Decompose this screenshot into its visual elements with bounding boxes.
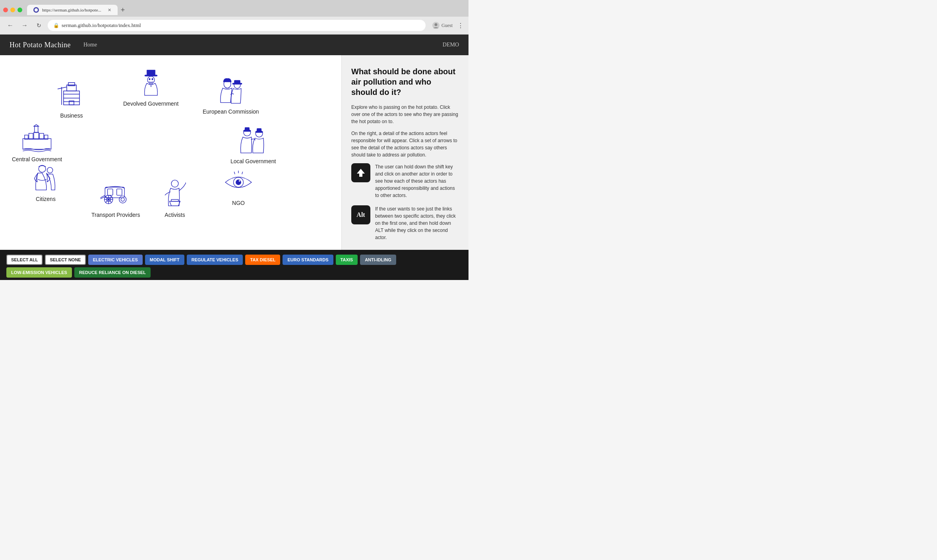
- svg-rect-28: [35, 126, 38, 133]
- actor-citizens-label: Citizens: [36, 196, 56, 202]
- guest-label: Guest: [441, 23, 453, 29]
- back-button[interactable]: ←: [5, 20, 16, 31]
- svg-point-16: [149, 78, 150, 80]
- pill-tax-diesel[interactable]: TAX DIESEL: [245, 255, 280, 265]
- actor-ngo[interactable]: NGO: [223, 166, 254, 206]
- maximize-button[interactable]: [17, 8, 22, 12]
- actor-ngo-label: NGO: [232, 200, 245, 206]
- ngo-icon: [223, 166, 254, 198]
- nav-home-link[interactable]: Home: [83, 42, 97, 48]
- url-bar[interactable]: 🔒 serman.github.io/hotpotato/index.html: [48, 20, 426, 31]
- browser-chrome: https://serman.github.io/hotpote... ✕ + …: [0, 0, 469, 35]
- pill-low-emission-vehicles[interactable]: LOW-EMISSION VEHICLES: [6, 267, 72, 278]
- svg-rect-13: [147, 70, 155, 75]
- actor-central-government[interactable]: Central Government: [12, 123, 62, 162]
- hint-shift: The user can hold down the shift key and…: [351, 163, 459, 199]
- url-text: serman.github.io/hotpotato/index.html: [62, 22, 141, 29]
- svg-rect-35: [256, 131, 263, 133]
- svg-rect-25: [34, 132, 39, 139]
- select-none-button[interactable]: SELECT NONE: [45, 255, 85, 265]
- minimize-button[interactable]: [10, 8, 15, 12]
- svg-rect-46: [117, 189, 122, 195]
- traffic-lights: [3, 8, 22, 12]
- close-button[interactable]: [3, 8, 8, 12]
- actor-european-commission-label: European Commission: [203, 108, 259, 115]
- devolved-government-icon: [135, 67, 167, 99]
- address-bar: ← → ↻ 🔒 serman.github.io/hotpotato/index…: [0, 17, 469, 34]
- hint-shift-text: The user can hold down the shift key and…: [375, 163, 459, 199]
- business-icon: [56, 79, 87, 111]
- svg-line-41: [234, 172, 235, 174]
- app-navbar: Hot Potato Machine Home DEMO: [0, 35, 469, 55]
- app-title: Hot Potato Machine: [10, 41, 71, 49]
- pill-electric-vehicles[interactable]: ELECTRIC VEHICLES: [88, 255, 143, 265]
- svg-rect-32: [244, 130, 251, 131]
- active-tab[interactable]: https://serman.github.io/hotpote... ✕: [27, 5, 118, 15]
- svg-point-2: [435, 23, 438, 26]
- svg-rect-5: [68, 83, 75, 86]
- svg-point-37: [47, 167, 53, 173]
- browser-menu-button[interactable]: ⋮: [457, 22, 464, 29]
- bottom-bar: SELECT ALL SELECT NONE ELECTRIC VEHICLES…: [0, 250, 469, 280]
- hint-shift-key: [351, 163, 370, 182]
- pill-reduce-reliance-diesel[interactable]: REDUCE RELIANCE ON DIESEL: [74, 267, 151, 278]
- sidebar-intro2: On the right, a detail of the actions ac…: [351, 130, 459, 158]
- actor-devolved-government[interactable]: Devolved Government: [123, 67, 178, 107]
- citizens-icon: [30, 162, 62, 194]
- svg-point-57: [171, 180, 178, 187]
- sidebar-intro1: Explore who is passing on the hot potato…: [351, 104, 459, 125]
- tab-close-icon[interactable]: ✕: [108, 8, 111, 13]
- sidebar: What should be done about air pollution …: [341, 55, 469, 250]
- new-tab-button[interactable]: +: [121, 6, 125, 14]
- actor-transport-providers[interactable]: Transport Providers: [91, 178, 140, 218]
- guest-account-button[interactable]: Guest: [432, 21, 453, 29]
- tab-bar: https://serman.github.io/hotpote... ✕ +: [0, 0, 469, 17]
- pill-anti-idling[interactable]: ANTI-IDLING: [360, 255, 396, 265]
- actor-transport-providers-label: Transport Providers: [91, 212, 140, 218]
- tab-title: https://serman.github.io/hotpote...: [42, 8, 101, 12]
- svg-line-55: [101, 195, 105, 198]
- pill-taxis[interactable]: TAXIS: [336, 255, 358, 265]
- reload-button[interactable]: ↻: [33, 20, 45, 31]
- pill-regulate-vehicles[interactable]: REGULATE VEHICLES: [187, 255, 243, 265]
- tab-favicon: [33, 7, 39, 13]
- svg-point-50: [121, 198, 125, 201]
- nav-demo-link[interactable]: DEMO: [443, 42, 459, 48]
- svg-point-40: [239, 180, 240, 182]
- transport-providers-icon: [100, 178, 132, 210]
- svg-rect-21: [232, 83, 242, 84]
- actor-business[interactable]: Business: [56, 79, 87, 119]
- actor-activists-label: Activists: [165, 212, 185, 218]
- svg-point-39: [236, 180, 241, 185]
- actor-activists[interactable]: Activists: [159, 178, 191, 218]
- select-all-button[interactable]: SELECT ALL: [6, 255, 43, 265]
- svg-point-49: [119, 196, 126, 203]
- pill-euro-standards[interactable]: EURO STANDARDS: [283, 255, 333, 265]
- sidebar-heading: What should be done about air pollution …: [351, 66, 459, 97]
- forward-button[interactable]: →: [19, 20, 30, 31]
- lock-icon: 🔒: [53, 23, 59, 29]
- european-commission-icon: [215, 75, 247, 107]
- actor-citizens[interactable]: Citizens: [30, 162, 62, 202]
- actor-local-government-label: Local Government: [230, 158, 276, 164]
- hint-alt: Alt If the user wants to see just the li…: [351, 205, 459, 241]
- main-container: Business Devol: [0, 55, 469, 250]
- svg-line-43: [242, 172, 243, 174]
- hint-alt-key: Alt: [351, 205, 370, 224]
- svg-point-0: [35, 8, 38, 12]
- svg-line-12: [58, 87, 67, 89]
- hint-alt-text: If the user wants to see just the links …: [375, 205, 459, 241]
- svg-rect-22: [23, 139, 51, 149]
- actors-area: Business Devol: [0, 55, 341, 250]
- svg-marker-29: [34, 124, 39, 126]
- actor-local-government[interactable]: Local Government: [230, 125, 276, 164]
- svg-point-17: [151, 78, 153, 80]
- activists-icon: [159, 178, 191, 210]
- actor-devolved-government-label: Devolved Government: [123, 100, 178, 107]
- pill-modal-shift-1[interactable]: MODAL SHIFT: [145, 255, 184, 265]
- central-government-icon: [21, 123, 53, 154]
- actor-european-commission[interactable]: European Commission: [203, 75, 259, 115]
- actor-business-label: Business: [60, 112, 83, 119]
- svg-rect-45: [108, 189, 113, 195]
- svg-marker-59: [357, 169, 365, 177]
